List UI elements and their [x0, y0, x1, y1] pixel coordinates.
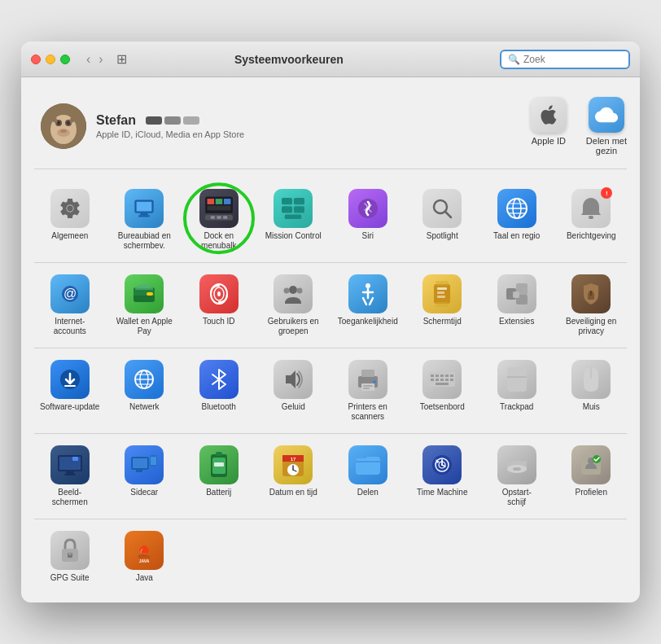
maximize-button[interactable]: [60, 55, 70, 64]
profile-info: Stefan Apple ID, iCloud, Media en App St…: [96, 113, 531, 139]
grid-item-dock[interactable]: Dock en menubalk: [183, 182, 255, 257]
gpg-icon: [50, 531, 90, 570]
family-icon: [589, 97, 624, 133]
spotlight-label: Spotlight: [427, 231, 458, 241]
apple-id-action[interactable]: Apple ID: [531, 97, 567, 156]
system-preferences-window: ‹ › ⊞ Systeemvoorkeuren 🔍: [21, 42, 640, 602]
grid-item-extensies[interactable]: Extensies: [481, 268, 553, 343]
mission-label: Mission Control: [265, 231, 322, 241]
gpg-label: GPG Suite: [50, 573, 90, 583]
apple-id-label: Apple ID: [532, 136, 566, 146]
siri-label: Siri: [362, 231, 374, 241]
grid-item-printers[interactable]: Printers en scanners: [332, 353, 404, 428]
svg-rect-25: [282, 198, 292, 204]
toetsenbord-icon: [422, 360, 462, 399]
siri-icon: [348, 189, 387, 228]
grid-item-siri[interactable]: Siri: [332, 182, 404, 257]
grid-item-taal[interactable]: Taal en regio: [481, 182, 553, 257]
grid-item-netwerk[interactable]: Netwerk: [109, 353, 181, 428]
svg-rect-17: [207, 199, 213, 204]
svg-point-10: [67, 205, 73, 212]
grid-item-muis[interactable]: Muis: [556, 353, 628, 428]
svg-rect-62: [513, 291, 519, 298]
beveiliging-label: Beveiliging en privacy: [559, 317, 624, 336]
grid-item-geluid[interactable]: Geluid: [258, 353, 330, 428]
gebruikers-icon: [274, 274, 313, 313]
taal-label: Taal en regio: [493, 231, 540, 241]
search-box[interactable]: 🔍: [500, 50, 630, 69]
grid-item-berichtgeving[interactable]: ! Berichtgeving: [556, 182, 628, 257]
svg-rect-87: [431, 379, 434, 381]
java-label: Java: [136, 573, 153, 583]
printers-label: Printers en scanners: [335, 402, 401, 422]
family-sharing-action[interactable]: Delen metgezin: [586, 97, 627, 156]
svg-rect-65: [590, 291, 592, 296]
svg-rect-80: [363, 388, 370, 389]
grid-item-gpg[interactable]: GPG Suite: [34, 524, 106, 589]
grid-item-trackpad[interactable]: Trackpad: [481, 353, 553, 428]
grid-item-software[interactable]: Software-update: [34, 353, 106, 428]
notification-badge: !: [601, 187, 612, 199]
profile-subtitle: Apple ID, iCloud, Media en App Store: [96, 129, 531, 139]
svg-point-48: [217, 291, 221, 296]
grid-item-batterij[interactable]: Batterij: [183, 439, 255, 514]
svg-rect-107: [216, 452, 222, 456]
svg-rect-98: [66, 471, 74, 474]
svg-rect-90: [445, 379, 449, 381]
svg-rect-22: [211, 216, 215, 218]
grid-item-internet[interactable]: @ Internet-accounts: [34, 268, 106, 343]
close-button[interactable]: [31, 55, 41, 64]
grid-section-2: @ Internet-accounts Wallet en Apple Pay …: [34, 268, 627, 343]
berichtgeving-label: Berichtgeving: [567, 231, 616, 241]
batterij-icon: [199, 445, 239, 484]
grid-item-bureaubiad[interactable]: Bureaubiad en schermbev.: [109, 182, 181, 257]
svg-point-8: [67, 121, 70, 125]
grid-item-profielen[interactable]: Profielen: [556, 439, 628, 514]
svg-point-130: [68, 552, 72, 555]
grid-item-gebruikers[interactable]: Gebruikers en groepen: [258, 268, 330, 343]
grid-item-sidecar[interactable]: Sidecar: [109, 439, 181, 514]
batterij-label: Batterij: [206, 488, 231, 497]
muis-icon: [571, 360, 611, 399]
grid-item-beeldschermen[interactable]: Beeld-schermen: [34, 439, 106, 514]
grid-item-java[interactable]: JAVA Java: [109, 524, 181, 589]
timemachine-icon: [422, 445, 462, 484]
svg-marker-74: [286, 370, 295, 388]
grid-item-algemeen[interactable]: Algemeen: [34, 182, 106, 257]
grid-item-timemachine[interactable]: Time Machine: [407, 439, 479, 514]
grid-item-delen[interactable]: Delen: [332, 439, 404, 514]
minimize-button[interactable]: [46, 55, 55, 64]
svg-rect-88: [436, 379, 439, 381]
svg-rect-67: [64, 385, 76, 387]
svg-rect-83: [436, 375, 439, 377]
grid-item-toetsenbord[interactable]: Toetsenbord: [407, 353, 479, 428]
profile-section: Stefan Apple ID, iCloud, Media en App St…: [34, 90, 627, 169]
grid-item-datum[interactable]: 17 Datum en tijd: [258, 439, 330, 514]
grid-item-wallet[interactable]: Wallet en Apple Pay: [109, 268, 181, 343]
grid-item-schermtijd[interactable]: Schermtijd: [407, 268, 479, 343]
grid-item-touchid[interactable]: Touch ID: [183, 268, 255, 343]
svg-rect-24: [223, 216, 227, 218]
grid-item-spotlight[interactable]: Spotlight: [407, 182, 479, 257]
grid-item-opstartschijf[interactable]: Opstart-schijf: [481, 439, 553, 514]
profile-actions: Apple ID Delen metgezin: [531, 97, 627, 156]
svg-rect-28: [294, 206, 304, 212]
bureaubiad-label: Bureaubiad en schermbev.: [112, 231, 177, 251]
netwerk-label: Netwerk: [129, 402, 160, 412]
search-input[interactable]: [523, 54, 621, 65]
toegankelijk-icon: [348, 274, 387, 313]
svg-rect-23: [217, 216, 221, 218]
grid-item-beveiliging[interactable]: Beveiliging en privacy: [556, 268, 628, 343]
apple-logo-icon: [537, 103, 560, 126]
grid-item-mission[interactable]: Mission Control: [258, 182, 330, 257]
grid-item-bluetooth[interactable]: Bluetooth: [183, 353, 255, 428]
touchid-icon: [199, 274, 239, 313]
grid-section-4: Beeld-schermen Sidecar Batterij 17: [34, 439, 627, 514]
svg-rect-18: [216, 199, 223, 204]
svg-point-52: [366, 283, 370, 288]
grid-item-toegankelijk[interactable]: Toegankelijkheid: [332, 268, 404, 343]
svg-rect-93: [507, 367, 527, 392]
svg-rect-13: [141, 213, 148, 215]
delen-label: Delen: [357, 488, 379, 497]
titlebar: ‹ › ⊞ Systeemvoorkeuren 🔍: [21, 42, 640, 77]
